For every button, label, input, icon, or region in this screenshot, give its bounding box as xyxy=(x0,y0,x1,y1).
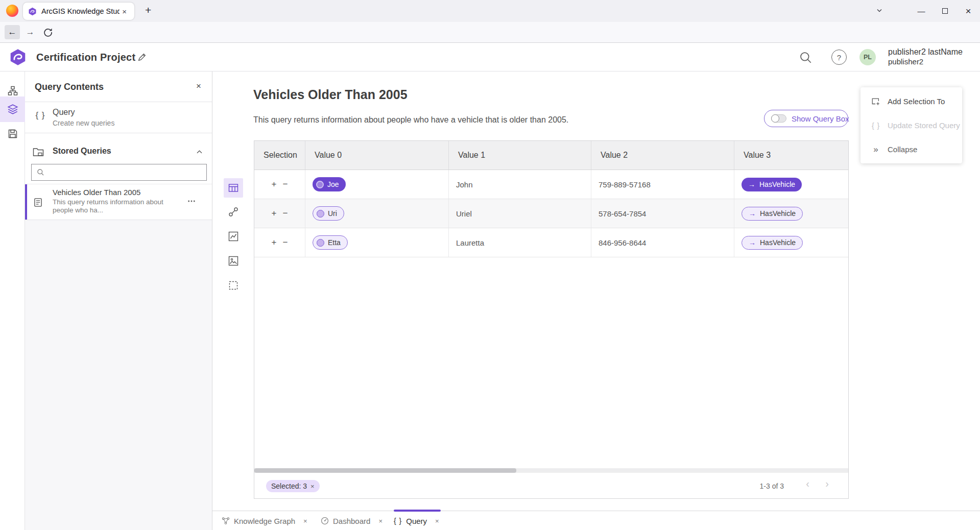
relationship-pill[interactable]: →HasVehicle xyxy=(742,207,803,221)
search-icon[interactable] xyxy=(799,51,812,64)
table-footer: Selected: 3 × 1-3 of 3 ‹ › xyxy=(254,473,848,498)
braces-icon: { } xyxy=(871,122,881,130)
left-rail: » xyxy=(0,71,25,530)
menu-item-label: Update Stored Query xyxy=(888,121,960,130)
tab-label: Dashboard xyxy=(333,517,370,525)
help-icon[interactable]: ? xyxy=(831,50,847,65)
chevron-up-icon[interactable] xyxy=(196,148,203,156)
browser-window: ArcGIS Knowledge Studio × + — × ← → xyxy=(0,0,980,530)
link-chart-icon xyxy=(228,207,238,217)
app-header: Certification Project ? PL publisher2 la… xyxy=(0,43,980,71)
stored-queries-title: Stored Queries xyxy=(53,147,111,156)
table-options-menu: Add Selection To { } Update Stored Query… xyxy=(861,87,962,163)
entity-pill[interactable]: Uri xyxy=(313,206,344,221)
query-contents-panel: Query Contents × { } Query Create new qu… xyxy=(25,71,212,530)
tab-dashboard[interactable]: Dashboard × xyxy=(321,511,383,530)
query-item-subtitle: Create new queries xyxy=(53,119,114,127)
selection-marquee-icon xyxy=(228,280,238,291)
entity-pill[interactable]: Etta xyxy=(313,235,348,250)
knowledge-graph-icon xyxy=(222,517,230,525)
horizontal-scrollbar[interactable] xyxy=(254,468,848,473)
avatar[interactable]: PL xyxy=(859,49,876,65)
stored-query-title: Vehicles Older Than 2005 xyxy=(53,188,140,197)
window-close-button[interactable]: × xyxy=(957,0,980,22)
remove-selection-button[interactable]: − xyxy=(283,179,288,189)
browser-tab[interactable]: ArcGIS Knowledge Studio × xyxy=(23,3,134,20)
reload-button[interactable] xyxy=(43,27,53,37)
tab-knowledge-graph[interactable]: Knowledge Graph × xyxy=(222,511,307,530)
relationship-pill[interactable]: →HasVehicle xyxy=(742,236,803,250)
table-row[interactable]: +− Joe John 759-889-57168 →HasVehicle xyxy=(254,170,848,199)
tab-close-icon[interactable]: × xyxy=(435,517,439,525)
chart-button[interactable] xyxy=(224,227,243,246)
selected-count-chip[interactable]: Selected: 3 × xyxy=(266,480,320,492)
entity-dot-icon xyxy=(317,239,324,247)
search-input[interactable] xyxy=(49,168,201,177)
firefox-icon[interactable] xyxy=(6,5,18,17)
tab-close-icon[interactable]: × xyxy=(303,517,307,525)
tab-close-icon[interactable]: × xyxy=(378,517,383,525)
add-selection-button[interactable]: + xyxy=(272,208,277,219)
next-page-button[interactable]: › xyxy=(825,478,829,490)
window-maximize-button[interactable] xyxy=(933,0,957,22)
edit-title-pencil-icon[interactable] xyxy=(137,53,147,62)
menu-item-update-stored-query[interactable]: { } Update Stored Query xyxy=(861,113,962,137)
show-query-box-toggle[interactable]: Show Query Box xyxy=(764,110,848,127)
select-button[interactable] xyxy=(224,276,243,295)
map-button[interactable] xyxy=(224,251,243,271)
cell-value: Uriel xyxy=(449,209,472,218)
results-table: Selection Value 0 Value 1 Value 2 Value … xyxy=(254,140,849,499)
remove-selection-button[interactable]: − xyxy=(283,208,288,219)
relationship-pill[interactable]: →HasVehicle xyxy=(742,178,802,191)
column-header[interactable]: Value 3 xyxy=(734,141,848,170)
cell-value: 846-956-8644 xyxy=(591,238,646,247)
table-row[interactable]: +− Etta Lauretta 846-956-8644 →HasVehicl… xyxy=(254,228,848,257)
tab-query[interactable]: { } Query × xyxy=(394,511,439,530)
add-selection-button[interactable]: + xyxy=(272,237,277,248)
map-icon xyxy=(228,256,238,266)
list-all-tabs-icon[interactable] xyxy=(875,7,883,15)
add-selection-button[interactable]: + xyxy=(272,179,277,189)
query-result-description: This query returns information about peo… xyxy=(253,115,568,125)
table-icon xyxy=(228,183,238,193)
column-header[interactable]: Value 0 xyxy=(305,141,449,170)
hierarchy-icon xyxy=(8,86,18,96)
stored-query-item[interactable]: Vehicles Older Than 2005 This query retu… xyxy=(25,184,212,220)
previous-page-button[interactable]: ‹ xyxy=(806,478,809,490)
table-row[interactable]: +− Uri Uriel 578-654-7854 →HasVehicle xyxy=(254,199,848,228)
stored-queries-search[interactable] xyxy=(31,164,207,181)
cell-value: 759-889-57168 xyxy=(591,180,651,189)
braces-icon: { } xyxy=(33,110,48,121)
clear-selection-icon[interactable]: × xyxy=(310,483,315,490)
column-header[interactable]: Value 1 xyxy=(449,141,591,170)
item-options-icon[interactable] xyxy=(187,200,196,203)
cell-value: John xyxy=(449,180,473,189)
scrollbar-thumb[interactable] xyxy=(254,468,516,473)
bottom-tab-bar: Knowledge Graph × Dashboard × { } Query … xyxy=(212,511,980,530)
menu-item-add-selection-to[interactable]: Add Selection To xyxy=(861,89,962,113)
cell-value: 578-654-7854 xyxy=(591,209,646,218)
sidebar-item-save[interactable] xyxy=(0,121,25,147)
column-header[interactable]: Value 2 xyxy=(591,141,734,170)
stored-queries-header[interactable]: Stored Queries xyxy=(25,140,212,164)
tab-close-icon[interactable]: × xyxy=(119,6,129,17)
panel-close-icon[interactable]: × xyxy=(194,81,204,91)
menu-item-collapse[interactable]: » Collapse xyxy=(861,137,962,161)
query-item[interactable]: { } Query Create new queries xyxy=(25,102,212,133)
remove-selection-button[interactable]: − xyxy=(283,237,288,248)
table-view-button[interactable] xyxy=(224,178,243,198)
forward-button[interactable]: → xyxy=(24,25,36,39)
stored-query-description: This query returns information about peo… xyxy=(53,198,183,214)
back-button[interactable]: ← xyxy=(5,25,20,39)
toggle-knob xyxy=(771,114,779,123)
new-tab-button[interactable]: + xyxy=(141,4,155,16)
entity-pill[interactable]: Joe xyxy=(313,177,346,191)
column-header[interactable]: Selection xyxy=(254,141,305,170)
user-name[interactable]: publisher2 lastName publisher2 xyxy=(888,47,963,66)
link-chart-button[interactable] xyxy=(224,202,243,222)
toggle-switch[interactable] xyxy=(771,114,786,123)
tab-title: ArcGIS Knowledge Studio xyxy=(41,7,119,15)
sidebar-item-contents[interactable] xyxy=(0,97,25,122)
search-icon xyxy=(37,168,44,176)
window-minimize-button[interactable]: — xyxy=(910,0,933,22)
